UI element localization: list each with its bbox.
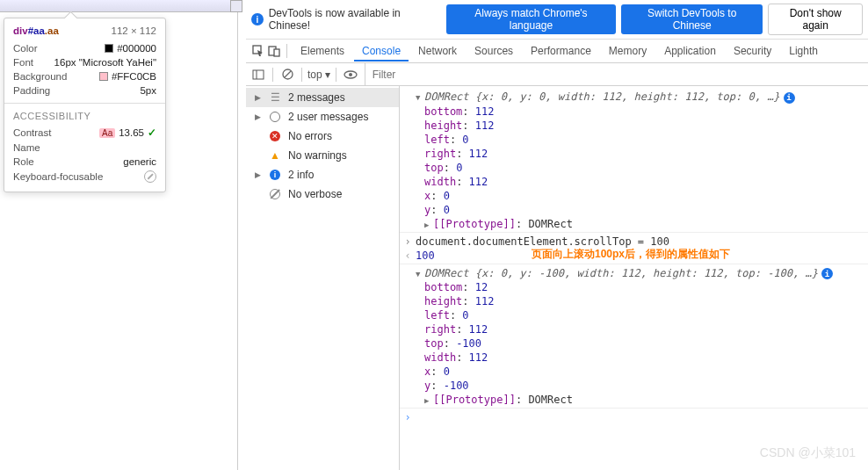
ruler [0,0,237,12]
splitter-handle[interactable] [230,0,242,12]
match-language-button[interactable]: Always match Chrome's language [446,4,616,34]
check-icon: ✓ [148,127,156,139]
element-tooltip: div#aa.aa 112 × 112 Color#000000 Font16p… [4,18,166,192]
inspect-icon[interactable] [251,44,265,58]
console-sidebar: ▶☰2 messages ▶2 user messages ✕No errors… [246,86,400,470]
tab-network[interactable]: Network [410,40,465,61]
expand-icon[interactable]: ▼ [416,270,424,278]
prompt-marker[interactable]: › [403,411,412,423]
sidebar-item-messages[interactable]: ▶☰2 messages [246,88,399,107]
annotation-text: 页面向上滚动100px后，得到的属性值如下 [532,247,730,262]
tooltip-dimensions: 112 × 112 [112,25,156,36]
tab-sources[interactable]: Sources [467,40,521,61]
expand-icon[interactable]: ▼ [416,93,424,102]
sidebar-item-info[interactable]: ▶i2 info [246,165,399,184]
switch-language-button[interactable]: Switch DevTools to Chinese [621,4,763,34]
color-swatch [105,44,113,53]
info-icon: i [251,13,264,25]
chevron-down-icon: ▾ [325,69,330,81]
tab-console[interactable]: Console [354,40,409,61]
expand-icon[interactable]: ▶ [424,396,433,405]
filter-input[interactable] [365,63,868,85]
contrast-badge: Aa [99,128,115,138]
svg-line-6 [285,71,291,77]
sidebar-item-warnings[interactable]: ▲No warnings [246,146,399,165]
context-selector[interactable]: top▾ [307,69,330,81]
expand-icon[interactable]: ▶ [424,221,433,229]
clear-console-icon[interactable] [278,66,296,83]
svg-rect-3 [253,70,264,79]
locale-banner: i DevTools is now available in Chinese! … [246,0,868,40]
live-expression-icon[interactable] [342,66,359,83]
tab-elements[interactable]: Elements [293,40,352,61]
devtools-panel: i DevTools is now available in Chinese! … [246,0,868,470]
bg-swatch [99,72,108,81]
tab-memory[interactable]: Memory [601,40,655,61]
input-marker: › [403,235,412,248]
watermark: CSDN @小菜101 [760,445,856,461]
info-icon[interactable]: i [821,268,833,279]
tab-security[interactable]: Security [726,40,779,61]
a11y-heading: ACCESSIBILITY [13,109,156,125]
banner-text: DevTools is now available in Chinese! [269,7,441,32]
sidebar-item-errors[interactable]: ✕No errors [246,127,399,146]
console-toolbar: top▾ [246,63,868,86]
tab-performance[interactable]: Performance [523,40,599,61]
tooltip-selector: div#aa.aa [13,25,59,36]
no-icon [144,170,156,183]
output-marker: ‹ [403,249,412,262]
console-log[interactable]: ▼DOMRect {x: 0, y: 0, width: 112, height… [400,86,868,470]
tab-lighthouse[interactable]: Lighth [781,40,826,61]
sidebar-toggle-icon[interactable] [250,66,267,83]
dismiss-button[interactable]: Don't show again [768,4,863,35]
info-icon[interactable]: i [784,92,795,104]
sidebar-item-user[interactable]: ▶2 user messages [246,107,399,127]
console-input-echo: document.documentElement.scrollTop = 100 [416,235,861,248]
device-icon[interactable] [267,44,281,58]
tab-bar: Elements Console Network Sources Perform… [246,40,868,63]
svg-rect-2 [274,49,279,56]
tab-application[interactable]: Application [656,40,724,61]
svg-point-8 [349,73,352,76]
sidebar-item-verbose[interactable]: No verbose [246,184,399,204]
